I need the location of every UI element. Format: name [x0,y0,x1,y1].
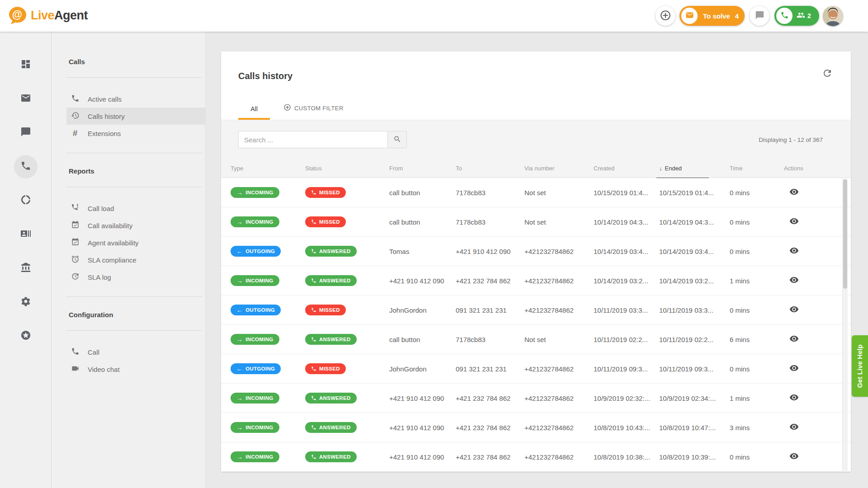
nav-item-sla-log[interactable]: SLA log [66,268,205,286]
rail-item-chats[interactable] [0,116,52,150]
phone-icon [311,337,316,342]
nav-item-calls-history[interactable]: Calls history [66,108,205,125]
rail-item-calls[interactable] [0,150,52,183]
tab-custom-filter[interactable]: CUSTOM FILTER [283,103,344,120]
view-call-button[interactable] [788,216,800,228]
column-header-type[interactable]: Type [231,158,305,178]
phone-icon [311,219,316,225]
to-cell: +421 232 784 862 [456,277,524,285]
nav-item-label: Active calls [88,95,122,103]
created-cell: 10/14/2019 03:2... [594,277,659,285]
from-cell: call button [389,336,456,343]
to-solve-button[interactable]: To solve 4 [679,6,745,26]
nav-divider [66,153,202,153]
nav-item-extensions[interactable]: #Extensions [66,125,205,142]
nav-item-video-chat[interactable]: Video chat [66,361,205,378]
chats-button[interactable] [750,6,769,26]
view-call-button[interactable] [788,421,800,434]
column-header-to[interactable]: To [456,158,524,178]
calls-history-card: Calls history All CUSTOM FILTER Displayi… [221,52,851,472]
table-row: ←OUTGOING ANSWERED Tomas +421 910 412 09… [221,237,851,266]
column-header-created[interactable]: Created [594,158,659,178]
view-call-button[interactable] [788,392,800,404]
to-cell: 7178cb83 [456,336,524,343]
nav-item-label: SLA log [88,273,111,281]
add-new-button[interactable] [656,6,675,26]
phone-icon [311,395,316,401]
nav-divider [66,330,202,331]
eye-icon [789,221,799,227]
eye-icon [789,309,799,315]
envelope-icon [685,11,694,21]
icon-rail [0,32,52,488]
view-call-button[interactable] [788,362,800,375]
calls-online-button[interactable]: 2 [774,6,819,26]
view-call-button[interactable] [788,245,800,258]
table-row: →INCOMING ANSWERED +421 910 412 090 +421… [221,413,851,442]
search-input[interactable] [238,131,387,148]
rail-item-tickets[interactable] [0,82,52,116]
reports-icon [20,194,31,207]
scrollbar-thumb[interactable] [843,179,847,289]
phone-icon [780,11,789,21]
phone-icon [311,454,316,460]
phone-icon [311,307,316,313]
rail-item-dashboard[interactable] [0,48,52,82]
to-cell: 091 321 231 231 [456,365,524,373]
direction-arrow-icon: ← [236,307,243,313]
status-badge: ANSWERED [305,422,357,433]
view-call-button[interactable] [788,450,800,463]
nav-item-call[interactable]: Call [66,343,205,361]
view-call-button[interactable] [788,304,800,316]
phone-icon [311,249,316,254]
table-row: →INCOMING ANSWERED call button 7178cb83 … [221,325,851,354]
column-header-time[interactable]: Time [730,158,784,178]
table-scrollbar[interactable] [842,178,848,471]
rail-item-contacts[interactable] [0,217,52,251]
nav-item-sla-compliance[interactable]: SLA compliance [66,251,205,268]
get-live-help-button[interactable]: Get Live Help [852,335,868,397]
type-badge: →INCOMING [231,422,279,433]
via-number-cell: Not set [524,218,594,226]
nav-item-call-load[interactable]: Call load [66,200,205,217]
column-header-from[interactable]: From [389,158,456,178]
rail-item-reports[interactable] [0,183,52,217]
nav-item-agent-availability[interactable]: Agent availability [66,234,205,251]
eye-icon [789,426,799,433]
refresh-button[interactable] [822,68,833,80]
nav-item-active-calls[interactable]: Active calls [66,90,205,108]
column-header-actions[interactable]: Actions [784,158,841,178]
time-cell: 1 mins [730,394,784,402]
via-number-cell: +421232784862 [524,453,594,461]
rail-item-settings[interactable] [0,285,52,319]
view-call-button[interactable] [788,333,800,346]
nav-item-call-availability[interactable]: Call availability [66,217,205,234]
phone-icon [311,190,316,195]
phone-icon [71,347,80,357]
user-avatar[interactable] [823,6,843,26]
search-button[interactable] [387,131,407,148]
ended-cell: 10/8/2019 10:47:... [659,424,730,432]
column-header-ended[interactable]: ↓Ended [659,158,730,178]
rail-item-upgrade[interactable] [0,319,52,353]
view-call-button[interactable] [788,186,800,199]
dashboard-icon [20,59,31,71]
upgrade-icon [20,330,31,343]
direction-arrow-icon: → [236,454,243,460]
column-header-status[interactable]: Status [305,158,389,178]
table-row: →INCOMING MISSED call button 7178cb83 No… [221,178,851,207]
tab-all[interactable]: All [238,105,270,120]
video-icon [71,365,80,374]
ended-cell: 10/9/2019 02:34:... [659,394,730,402]
liveagent-logo[interactable]: @ LiveAgent [6,5,88,26]
column-header-via[interactable]: Via number [524,158,594,178]
ended-cell: 10/14/2019 04:3... [659,218,730,226]
direction-arrow-icon: → [236,424,243,431]
status-badge: ANSWERED [305,451,357,462]
to-cell: 7178cb83 [456,189,524,197]
view-call-button[interactable] [788,274,800,287]
rail-item-company[interactable] [0,251,52,285]
created-cell: 10/15/2019 01:4... [594,189,659,197]
ended-cell: 10/11/2019 09:3... [659,365,730,373]
created-cell: 10/8/2019 10:38:... [594,453,659,461]
